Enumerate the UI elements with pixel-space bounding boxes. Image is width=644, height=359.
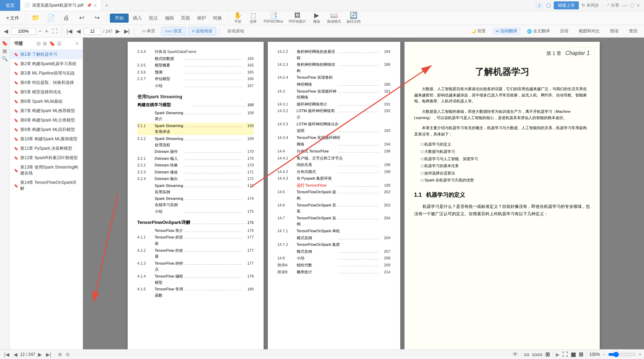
start-tab-btn[interactable]: 开始 xyxy=(110,14,129,23)
first-page-bottom-btn[interactable]: |◀ xyxy=(3,351,11,358)
hand-tool-btn[interactable]: ✋ 手型 xyxy=(231,11,245,25)
search-strip-icon[interactable]: 🔍 xyxy=(2,56,8,61)
search-btn[interactable]: 查找 xyxy=(625,27,641,36)
sidebar-bookmark-icon[interactable]: 🔖 xyxy=(49,41,55,46)
undo-btn[interactable]: ↩ xyxy=(75,13,89,23)
sidebar-item-ch6[interactable]: 🔖 第6章 Spark MLlib基础 xyxy=(10,97,83,106)
home-tab[interactable]: 首页 xyxy=(0,0,20,11)
zoom-out-bottom-btn[interactable]: − xyxy=(603,352,605,357)
convert-tab-btn[interactable]: 转换 xyxy=(210,15,225,21)
thumbnail-view-btn[interactable]: ⊞ xyxy=(545,351,550,358)
pdf-tab-close[interactable]: × xyxy=(94,3,97,8)
pdf-area[interactable]: 2.3.4 转换成 SparkDataFrame 格式的数据 165 2.3.5… xyxy=(83,38,644,359)
page-tab-btn[interactable]: 页面 xyxy=(178,15,193,21)
next-page-bottom-btn[interactable]: ▶ xyxy=(37,351,43,358)
minimize-btn[interactable]: — xyxy=(622,2,628,9)
new-tab-btn[interactable]: + xyxy=(101,0,112,11)
svg-point-2 xyxy=(576,46,578,48)
play-btn[interactable]: ▶ 播放 xyxy=(310,11,324,25)
share-btn[interactable]: ↗ 分享 xyxy=(606,2,619,8)
zoom-slider[interactable] xyxy=(608,352,636,357)
prev-page-btn[interactable]: ◀ xyxy=(3,27,9,36)
prev-page-nav-btn[interactable]: ◀ xyxy=(75,27,82,36)
sidebar-item-ch4[interactable]: 🔖 第4章 特征提取、转换和选择 xyxy=(10,78,83,87)
zoom-in-bottom-btn[interactable]: + xyxy=(639,352,641,357)
double-view-btn[interactable]: ▭▭ xyxy=(532,351,543,358)
sidebar-item-ch13-label: 第13章 使用Spark Streaming构建在线 xyxy=(20,164,78,176)
next-page-btn[interactable]: ▶ xyxy=(115,27,121,36)
sidebar-list-icon[interactable]: ☰ xyxy=(57,41,62,46)
double-page-icon: ▭▭ xyxy=(165,29,173,33)
sidebar-item-ch7[interactable]: 🔖 第7章 构建Spark ML推荐模型 xyxy=(10,106,83,116)
sidebar-icon2[interactable]: ⊞ xyxy=(43,41,47,46)
pdf-tab[interactable]: 📄 深度实践Spark机器学习.pdf 📌 × xyxy=(20,0,101,11)
word-translate-btn[interactable]: ✏ 划词翻译 xyxy=(492,27,521,35)
print-btn[interactable]: 🖨 xyxy=(59,13,73,23)
pdf-to-img-btn[interactable]: 🖼 PDF转图片 xyxy=(287,11,308,25)
continuous-read-btn[interactable]: ≡ 连续阅读 xyxy=(188,27,216,36)
sidebar-item-ch13[interactable]: 🔖 第13章 使用Spark Streaming构建在线 xyxy=(10,163,83,178)
sidebar-item-ch12[interactable]: 🔖 第12章 SparkR朴素贝叶斯模型 xyxy=(10,153,83,163)
pages-strip-icon[interactable]: ▦ xyxy=(2,48,7,54)
full-screen-btn[interactable]: ⛶ xyxy=(562,351,568,358)
sidebar-item-ch10[interactable]: 🔖 第10章 构建Spark ML聚类模型 xyxy=(10,134,83,144)
upload-btn[interactable]: 稳捷上传 xyxy=(554,1,579,9)
sidebar-item-ch5[interactable]: 🔖 第5章 模型选择和优化 xyxy=(10,87,83,97)
single-page-btn[interactable]: ▭ 单页 xyxy=(138,27,159,36)
layout-btn[interactable]: ⊟ xyxy=(66,352,69,357)
print-icon: 🖨 xyxy=(63,14,69,22)
first-page-btn[interactable]: |◀ xyxy=(66,27,73,36)
sidebar-item-ch9[interactable]: 🔖 第9章 构建Spark ML回归模型 xyxy=(10,125,83,134)
eye-icon[interactable]: 👁 xyxy=(513,351,518,358)
pdf-to-office-btn[interactable]: 📑 PDF转Office xyxy=(262,11,285,25)
sidebar-close-btn[interactable]: × xyxy=(76,41,78,46)
chapter-num-label: 第 1 章 Chapter 1 xyxy=(414,49,590,58)
read-aloud-btn[interactable]: 朗读 xyxy=(606,27,622,36)
auto-scroll-btn[interactable]: 自动滚动 xyxy=(223,27,248,36)
sidebar-item-ch8[interactable]: 🔖 第8章 构建Spark ML分类模型 xyxy=(10,116,83,125)
bookmark-strip-icon[interactable]: 🔖 xyxy=(2,40,8,46)
sidebar-item-ch14[interactable]: 🔖 第14章 TensorFlowOnSpark详解 xyxy=(10,178,83,193)
select-tool-btn[interactable]: ⬚ 选择 xyxy=(246,11,260,25)
annotate-tab-btn[interactable]: 批注 xyxy=(146,15,161,21)
zoom-in-btn[interactable]: + xyxy=(44,28,49,35)
file-menu-btn[interactable]: ≡ 文件 xyxy=(3,14,23,23)
sidebar-item-ch2[interactable]: 🔖 第2章 构建Spark机器学习系统 xyxy=(10,59,83,69)
full-translate-btn[interactable]: 🌐 全文翻译 xyxy=(523,27,553,35)
compare-ocr-btn[interactable]: 截图和对比 xyxy=(575,27,604,36)
sync-btn[interactable]: ↻ 未同步 xyxy=(582,2,599,8)
toc-r-1422: 14.2.2 卷积神经网络的发展历程 184 xyxy=(278,49,391,61)
close-btn-window[interactable]: × xyxy=(637,2,640,9)
last-page-bottom-btn[interactable]: ▶| xyxy=(45,351,53,358)
bullet-list: 机器学习的定义 大数据与机器学习 机器学习与人工智能、深度学习 机器学习的基本任… xyxy=(421,141,590,184)
zoom-input[interactable] xyxy=(11,28,36,35)
compress-btn[interactable]: 压缩 xyxy=(556,27,572,36)
view-mode-btn2[interactable]: ⊞ xyxy=(579,351,583,358)
rotate-doc-btn[interactable]: 🔄 旋转文档 xyxy=(344,11,363,25)
toc-dstream-322: 3.2.2 Dstream 转换 170 xyxy=(137,162,254,169)
open-folder-btn[interactable]: 📁 xyxy=(29,13,43,23)
last-page-btn[interactable]: ▶| xyxy=(123,27,131,36)
maximize-btn[interactable]: □ xyxy=(630,2,634,9)
add-page-btn[interactable]: ⊞ xyxy=(58,352,62,357)
edit-tab-btn[interactable]: 编辑 xyxy=(162,15,177,21)
new-file-btn[interactable]: 📄 xyxy=(44,13,58,23)
sidebar-item-ch11[interactable]: 🔖 第11章 PySpark 决策树模型 xyxy=(10,144,83,153)
redo-btn[interactable]: ↪ xyxy=(90,13,104,23)
insert-tab-btn[interactable]: 插入 xyxy=(130,15,145,21)
sidebar-item-ch1[interactable]: 🔖 第1章 了解机器学习 xyxy=(10,50,83,59)
svg-point-27 xyxy=(580,57,581,58)
prev-page-bottom-btn[interactable]: ◀ xyxy=(12,351,19,358)
fit-page-btn[interactable]: ⛶ xyxy=(51,28,58,35)
sidebar-icon1[interactable]: ⊟ xyxy=(37,41,41,46)
single-view-btn[interactable]: ▭ xyxy=(524,351,529,358)
sidebar-item-ch3[interactable]: 🔖 第3章 ML Pipeline原理与实战 xyxy=(10,69,83,78)
play-bottom-btn[interactable]: ▶ xyxy=(556,352,560,357)
protect-tab-btn[interactable]: 保护 xyxy=(194,15,209,21)
read-mode-btn[interactable]: 📖 阅读模式 xyxy=(325,11,343,25)
double-page-btn[interactable]: ▭▭ 双页 xyxy=(161,27,186,36)
background-btn[interactable]: 🌙 背景 xyxy=(467,27,490,36)
zoom-out-btn[interactable]: − xyxy=(38,28,42,35)
view-mode-btn1[interactable]: ▦ xyxy=(571,351,576,358)
page-number-input[interactable] xyxy=(84,28,101,35)
